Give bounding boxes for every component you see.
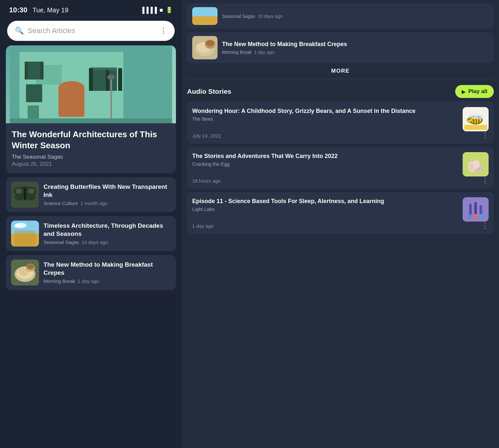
audio-card-text-2: The Stories and Adventures That We Carry… (192, 152, 458, 170)
featured-article-date: August 25, 2021 (12, 161, 170, 167)
audio-card-inner-2: The Stories and Adventures That We Carry… (192, 152, 489, 176)
status-icons: ▐▐▐▐ ■ 🔋 (140, 6, 173, 14)
article-meta-3: Morning Break 1 day ago (44, 278, 171, 284)
search-bar-container: 🔍 Search Articles ⋮ (0, 18, 182, 45)
play-icon: ▶ (462, 89, 466, 95)
svg-point-60 (471, 165, 472, 166)
featured-article-card[interactable]: The Wonderful Architectures of This Wint… (6, 45, 176, 173)
article-card-1[interactable]: Creating Butterflies With New Transparen… (6, 177, 176, 212)
audio-story-title-1: Wondering Hour: A Childhood Story, Grizz… (192, 107, 458, 115)
more-button[interactable]: MORE (331, 68, 350, 74)
article-thumb-1 (11, 182, 39, 208)
svg-rect-9 (91, 68, 117, 91)
audio-card-text-3: Episode 11 - Science Based Tools For Sle… (192, 197, 458, 215)
article-time-2: 10 days ago (81, 239, 108, 245)
featured-article-title: The Wonderful Architectures of This Wint… (12, 129, 170, 151)
svg-rect-10 (106, 68, 109, 91)
svg-point-71 (478, 216, 484, 219)
svg-rect-13 (118, 68, 122, 91)
audio-story-2[interactable]: The Stories and Adventures That We Carry… (187, 147, 494, 189)
svg-point-59 (473, 160, 480, 169)
article-thumb-2 (11, 221, 39, 247)
featured-article-meta: The Seasonal Sagas August 25, 2021 (12, 154, 170, 167)
article-card-2[interactable]: Timeless Architecture, Through Decades a… (6, 216, 176, 251)
right-panel: Seasonal Sagas 10 days ago The New Metho… (182, 0, 499, 448)
audio-story-source-3: Light Labs (192, 206, 458, 212)
audio-section: Audio Stories ▶ Play all Wondering Hour:… (182, 79, 499, 448)
svg-point-23 (26, 194, 35, 200)
svg-point-8 (58, 81, 84, 94)
right-source-1: Morning Break (222, 50, 252, 55)
svg-rect-66 (473, 214, 478, 216)
search-bar[interactable]: 🔍 Search Articles ⋮ (7, 21, 175, 41)
svg-rect-64 (468, 214, 473, 216)
svg-rect-63 (469, 204, 472, 215)
article-meta-1: Science Culture 1 month ago (44, 200, 171, 206)
play-all-button[interactable]: ▶ Play all (455, 85, 494, 98)
audio-card-footer-1: July 24, 2021 ⋮ (192, 131, 489, 140)
article-source-1: Science Culture (44, 200, 78, 206)
audio-thumb-3 (463, 197, 489, 222)
svg-rect-16 (28, 105, 39, 118)
article-title-2: Timeless Architecture, Through Decades a… (44, 222, 171, 238)
audio-more-icon-2[interactable]: ⋮ (481, 176, 489, 185)
article-time-1: 1 month ago (81, 200, 107, 206)
audio-card-text-1: Wondering Hour: A Childhood Story, Grizz… (192, 107, 458, 125)
audio-story-source-2: Cracking the Egg (192, 161, 458, 167)
audio-story-3[interactable]: Episode 11 - Science Based Tools For Sle… (187, 192, 494, 234)
audio-story-title-2: The Stories and Adventures That We Carry… (192, 152, 458, 160)
audio-story-date-3: 1 day ago (192, 223, 214, 229)
audio-header: Audio Stories ▶ Play all (187, 79, 494, 102)
svg-rect-31 (14, 230, 36, 247)
right-source-0: Seasonal Sagas (222, 14, 255, 19)
svg-rect-4 (26, 84, 42, 102)
svg-rect-38 (192, 7, 218, 16)
audio-more-icon-3[interactable]: ⋮ (481, 222, 489, 230)
status-time: 10:30 (9, 6, 27, 14)
article-source-2: Seasonal Sagas (44, 239, 79, 245)
svg-rect-3 (26, 62, 42, 79)
wifi-icon: ■ (159, 7, 163, 14)
article-info-1: Creating Butterflies With New Transparen… (44, 183, 171, 206)
svg-rect-12 (89, 68, 93, 91)
right-article-card-0[interactable]: Seasonal Sagas 10 days ago (187, 3, 494, 29)
right-article-card-1[interactable]: The New Method to Making Breakfast Crepe… (187, 32, 494, 63)
right-time-0: 10 days ago (258, 14, 282, 19)
audio-story-date-1: July 24, 2021 (192, 133, 221, 139)
svg-point-25 (28, 188, 34, 194)
audio-card-inner-1: Wondering Hour: A Childhood Story, Grizz… (192, 107, 489, 131)
audio-more-icon-1[interactable]: ⋮ (481, 131, 489, 140)
svg-point-37 (27, 264, 34, 269)
more-options-icon[interactable]: ⋮ (160, 27, 167, 35)
audio-thumb-2 (463, 152, 489, 176)
audio-story-title-3: Episode 11 - Science Based Tools For Sle… (192, 197, 458, 205)
audio-story-date-2: 18 hours ago (192, 178, 221, 184)
svg-rect-6 (40, 62, 44, 79)
article-card-3[interactable]: The New Method to Making Breakfast Crepe… (6, 255, 176, 290)
right-time-1: 1 day ago (254, 50, 274, 55)
play-all-label: Play all (468, 88, 487, 95)
right-article-meta-1: Morning Break 1 day ago (222, 50, 489, 55)
svg-rect-68 (479, 214, 483, 216)
battery-icon: 🔋 (166, 6, 173, 14)
svg-rect-26 (24, 189, 26, 200)
svg-point-61 (478, 168, 479, 169)
svg-point-53 (467, 118, 472, 122)
article-time-3: 1 day ago (78, 278, 99, 284)
audio-thumb-1 (463, 107, 489, 131)
svg-rect-17 (10, 118, 172, 123)
svg-point-22 (15, 194, 24, 200)
svg-point-24 (16, 188, 22, 194)
article-title-1: Creating Butterflies With New Transparen… (44, 183, 171, 199)
right-top-articles: Seasonal Sagas 10 days ago The New Metho… (182, 0, 499, 63)
svg-rect-55 (464, 125, 487, 130)
article-title-3: The New Method to Making Breakfast Crepe… (44, 261, 171, 277)
audio-story-1[interactable]: Wondering Hour: A Childhood Story, Grizz… (187, 102, 494, 144)
svg-point-44 (206, 40, 214, 46)
article-source-3: Morning Break (44, 278, 75, 284)
audio-card-footer-3: 1 day ago ⋮ (192, 222, 489, 230)
svg-point-30 (14, 224, 21, 228)
svg-rect-67 (480, 205, 482, 215)
svg-rect-14 (110, 78, 112, 123)
featured-article-source: The Seasonal Sagas (12, 154, 170, 160)
